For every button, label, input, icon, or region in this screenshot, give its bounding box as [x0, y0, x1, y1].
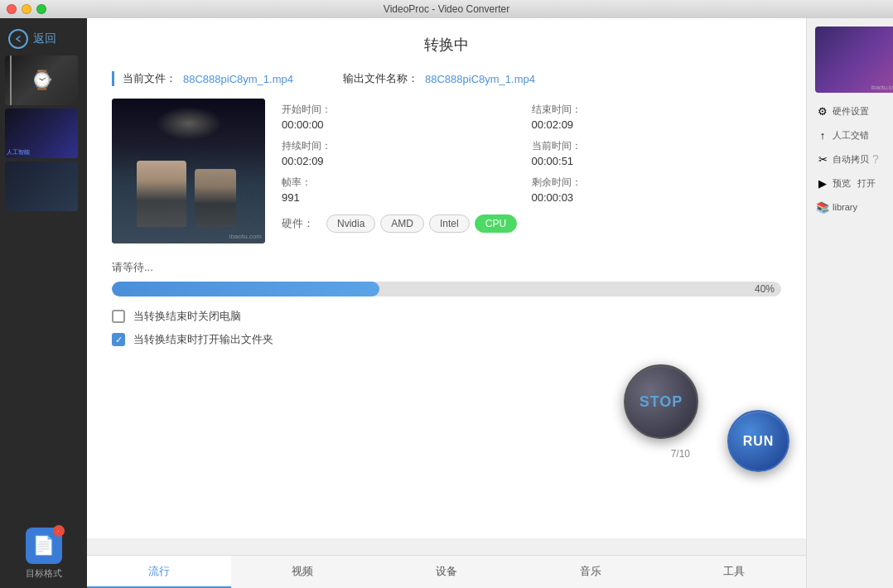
preview-item[interactable]: ▶ 预览 打开 [811, 173, 889, 193]
back-label: 返回 [33, 31, 56, 46]
submit-icon: ↑ [816, 128, 829, 142]
preview-scene: ibaotu.com [112, 99, 265, 243]
target-format-icon[interactable]: 📄 · [26, 528, 62, 564]
sidebar-bottom: 📄 · 目标格式 [0, 528, 87, 588]
current-time-value: 00:00:51 [532, 155, 770, 167]
conversion-modal: 转换中 当前文件： 88C888piC8ym_1.mp4 输出文件名称： 88C… [87, 18, 806, 538]
frame-rate-label: 帧率： [282, 176, 519, 190]
preview-figure-1 [137, 161, 186, 227]
back-button[interactable]: 返回 [0, 22, 87, 55]
shutdown-checkbox-row[interactable]: 当转换结束时关闭电脑 [112, 309, 781, 324]
stat-start-time: 开始时间： 00:00:00 [282, 99, 532, 135]
preview-watermark: ibaotu.com [871, 84, 893, 90]
tab-music[interactable]: 音乐 [519, 556, 663, 588]
duration-value: 00:02:09 [282, 155, 519, 167]
preview-figure-2 [195, 169, 236, 227]
thumbnail-1[interactable]: ⌚ [5, 55, 78, 105]
stat-duration: 持续时间： 00:02:09 [282, 135, 532, 171]
thumbnail-3[interactable] [5, 161, 78, 211]
checkbox-section: 当转换结束时关闭电脑 ✓ 当转换结束时打开输出文件夹 [112, 309, 781, 347]
thumbnail-2-label: 人工智能 [7, 148, 30, 157]
open-folder-checkbox-row[interactable]: ✓ 当转换结束时打开输出文件夹 [112, 332, 781, 347]
current-time-label: 当前时间： [532, 139, 770, 153]
minimize-button[interactable] [22, 4, 31, 14]
stat-end-time: 结束时间： 00:02:09 [532, 99, 782, 135]
tab-tools[interactable]: 工具 [662, 556, 806, 588]
open-folder-label: 当转换结束时打开输出文件夹 [133, 332, 273, 347]
preview-light [156, 107, 222, 140]
intel-button[interactable]: Intel [429, 214, 470, 233]
submit-label: 人工交错 [833, 129, 869, 142]
remaining-time-label: 剩余时间： [532, 176, 770, 190]
shutdown-checkbox[interactable] [112, 310, 125, 323]
stop-button-label: STOP [640, 393, 683, 411]
start-time-value: 00:00:00 [282, 118, 519, 131]
tab-video[interactable]: 视频 [231, 556, 375, 588]
amd-button[interactable]: AMD [380, 214, 424, 233]
run-button[interactable]: RUN [727, 410, 789, 472]
hw-settings-label: 硬件设置 [833, 105, 869, 118]
stat-current-time: 当前时间： 00:00:51 [532, 135, 782, 171]
output-file-name: 88C888piC8ym_1.mp4 [425, 73, 535, 85]
end-time-value: 00:02:09 [532, 118, 770, 131]
open-label: 打开 [857, 177, 876, 190]
tab-popular[interactable]: 流行 [87, 556, 231, 588]
sidebar: 返回 ⌚ 人工智能 📄 · 目标格式 [0, 18, 87, 588]
library-icon: 📚 [816, 200, 829, 214]
library-item[interactable]: 📚 library [811, 197, 889, 217]
submit-item[interactable]: ↑ 人工交错 [811, 125, 889, 145]
counter-text: 7/10 [671, 448, 690, 460]
close-button[interactable] [7, 4, 17, 14]
title-bar: VideoProc - Video Converter [0, 0, 893, 18]
progress-section: 请等待... 40% [112, 260, 781, 296]
stat-remaining-time: 剩余时间： 00:00:03 [532, 171, 782, 208]
nvidia-button[interactable]: Nvidia [326, 214, 375, 233]
maximize-button[interactable] [36, 4, 46, 14]
window-controls [7, 4, 46, 14]
open-folder-checkbox[interactable]: ✓ [112, 333, 125, 346]
file-info-row: 当前文件： 88C888piC8ym_1.mp4 输出文件名称： 88C888p… [112, 71, 781, 86]
video-preview: ibaotu.com [112, 99, 265, 243]
cpu-button[interactable]: CPU [475, 214, 517, 233]
output-file-label: 输出文件名称： [343, 71, 418, 86]
preview-scene-watermark: ibaotu.com [229, 233, 262, 240]
hardware-row: 硬件： Nvidia AMD Intel CPU [282, 214, 781, 233]
right-preview: ibaotu.com [815, 27, 893, 93]
target-format-label: 目标格式 [26, 567, 62, 580]
play-icon: ▶ [816, 176, 829, 190]
run-button-label: RUN [743, 434, 775, 449]
bottom-tabs: 流行 视频 设备 音乐 工具 [87, 555, 806, 588]
window-title: VideoProc - Video Converter [384, 3, 509, 15]
frame-rate-value: 991 [282, 191, 519, 204]
stats-grid: 开始时间： 00:00:00 结束时间： 00:02:09 持续时间： 00:0… [282, 99, 781, 243]
thumbnail-2[interactable]: 人工智能 [5, 108, 78, 158]
right-panel: ibaotu.com ⚙ 硬件设置 ↑ 人工交错 ✂ 自动拷贝 ? ▶ 预览 打… [806, 18, 893, 588]
sidebar-thumbnails: ⌚ 人工智能 [0, 55, 87, 528]
gear-icon: ⚙ [816, 104, 829, 118]
current-file-label: 当前文件： [123, 71, 176, 86]
hardware-label: 硬件： [282, 216, 314, 231]
library-label: library [833, 202, 857, 212]
stop-button[interactable]: STOP [624, 364, 698, 439]
status-text: 请等待... [112, 260, 781, 275]
crop-icon: ✂ [816, 152, 829, 166]
stat-frame-rate: 帧率： 991 [282, 171, 532, 208]
end-time-label: 结束时间： [532, 103, 770, 117]
start-time-label: 开始时间： [282, 103, 519, 117]
back-arrow-icon [8, 29, 28, 49]
progress-bar-container: 40% [112, 282, 781, 296]
auto-crop-label: 自动拷贝 [833, 153, 869, 166]
progress-percent: 40% [755, 283, 775, 295]
target-format-badge: · [53, 525, 65, 537]
duration-label: 持续时间： [282, 139, 519, 153]
shutdown-label: 当转换结束时关闭电脑 [133, 309, 241, 324]
hw-settings-item[interactable]: ⚙ 硬件设置 [811, 101, 889, 121]
help-icon: ? [872, 152, 879, 166]
modal-title: 转换中 [112, 35, 781, 55]
conversion-content: ibaotu.com 开始时间： 00:00:00 结束时间： 00:02:09… [112, 99, 781, 243]
current-file-name: 88C888piC8ym_1.mp4 [183, 73, 293, 85]
progress-bar-fill [112, 282, 379, 296]
tab-device[interactable]: 设备 [374, 556, 519, 588]
remaining-time-value: 00:00:03 [532, 191, 770, 204]
auto-crop-item[interactable]: ✂ 自动拷贝 ? [811, 149, 889, 169]
